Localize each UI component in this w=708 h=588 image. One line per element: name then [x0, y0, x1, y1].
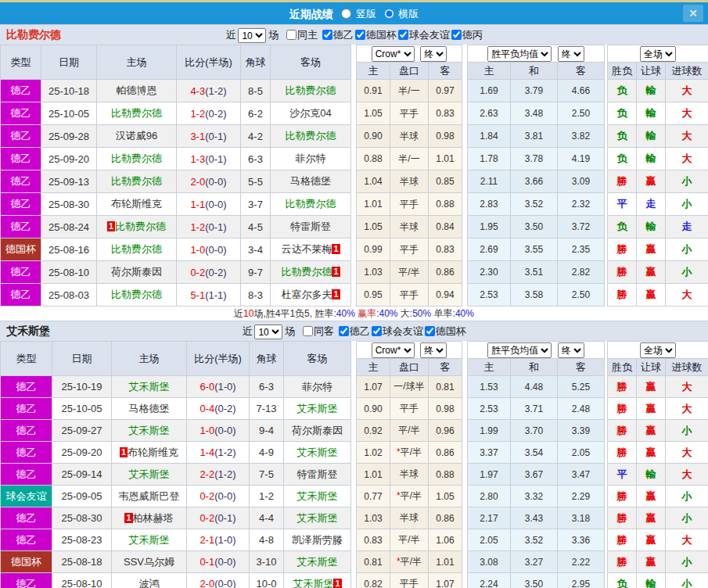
handicap-text: 半/一: [398, 85, 419, 96]
close-icon[interactable]: ✕: [683, 5, 703, 22]
league-checkbox[interactable]: 球会友谊: [370, 325, 423, 337]
mean-away: 2.29: [558, 486, 605, 507]
mean-draw: 3.70: [511, 420, 558, 442]
away-team-name: 艾禾斯堡: [297, 512, 338, 524]
final-select-1a[interactable]: 终: [420, 46, 447, 62]
final-select-2a[interactable]: 终: [420, 342, 447, 358]
score: 1-2(0-2): [177, 102, 241, 125]
league-filters-2: 德乙球会友谊德国杯: [337, 325, 466, 337]
mean-away: 2.95: [558, 573, 605, 588]
away-odds: 0.88: [429, 193, 462, 216]
result-goals: 大: [666, 148, 708, 170]
horizontal-radio[interactable]: [384, 9, 394, 19]
scope-select-2[interactable]: 全场: [640, 342, 676, 358]
layout-radio-vertical[interactable]: 竖版: [341, 8, 379, 20]
home-odds: 0.81: [357, 551, 390, 573]
league-checkbox-input[interactable]: [425, 326, 435, 336]
home-team-name: 帕德博恩: [117, 84, 157, 96]
league-checkbox-input[interactable]: [355, 30, 365, 40]
home-odds: 0.83: [357, 529, 390, 551]
score: 3-1(0-1): [177, 125, 241, 148]
mean-draw: 3.52: [511, 529, 558, 551]
same-away-checkbox[interactable]: [303, 326, 313, 336]
handicap-text: 平/半: [398, 534, 419, 545]
halftime-score: (0-0): [205, 176, 226, 188]
handicap: 半/一: [390, 148, 429, 170]
league-checkbox-input[interactable]: [451, 30, 462, 40]
mean-home: 2.53: [468, 284, 511, 307]
result-winlose: 勝: [608, 376, 637, 398]
league-checkbox-input[interactable]: [398, 30, 408, 40]
away-odds: 0.86: [429, 442, 462, 464]
match-date: 25-09-14: [52, 464, 112, 486]
final-select-1b[interactable]: 终: [558, 46, 584, 62]
handicap: 平/半: [390, 420, 429, 442]
away-team-name: 艾禾斯堡: [297, 446, 338, 458]
final-select-2b[interactable]: 终: [558, 342, 584, 358]
match-type: 德国杯: [1, 551, 52, 573]
league-checkbox[interactable]: 球会友谊: [397, 29, 450, 41]
home-team: 布轮斯维克: [97, 193, 177, 216]
score: 1-0(0-0): [177, 238, 241, 261]
title-bar: 近期战绩 竖版 横版 ✕: [0, 2, 708, 24]
over-rate: :50%: [410, 308, 431, 319]
league-checkbox[interactable]: 德乙: [321, 29, 354, 41]
halftime-score: (0-0): [205, 199, 226, 210]
home-team-name: 比勒费尔德: [111, 152, 162, 164]
separator: [351, 45, 357, 80]
halftime-score: (0-0): [214, 490, 235, 502]
fulltime-score: 1-2: [190, 108, 205, 120]
league-checkbox[interactable]: 德乙: [337, 325, 370, 337]
mean-select-1[interactable]: 胜平负均值: [487, 46, 552, 62]
bookmaker-select-1[interactable]: Crow*: [372, 46, 415, 62]
match-date: 25-08-16: [41, 238, 97, 261]
league-label: 德乙: [333, 29, 354, 41]
result-handicap: 贏: [637, 551, 666, 573]
home-team: 波鸿: [112, 573, 187, 588]
halftime-score: (1-0): [214, 381, 235, 393]
league-checkbox-input[interactable]: [339, 326, 349, 336]
bookmaker-select-2[interactable]: Crow*: [372, 342, 415, 358]
fulltime-score: 0-2: [199, 512, 214, 524]
league-checkbox[interactable]: 德丙: [450, 29, 483, 41]
home-odds: 1.02: [357, 442, 390, 464]
home-odds: 0.90: [357, 125, 390, 148]
vertical-radio[interactable]: [341, 9, 351, 19]
horizontal-radio-label: 横版: [398, 8, 419, 20]
col-mean-away: 客: [558, 63, 605, 80]
scope-select-1[interactable]: 全场: [640, 46, 676, 62]
mean-draw: 3.66: [511, 170, 558, 193]
result-winlose: 勝: [608, 238, 637, 261]
separator: [351, 284, 357, 307]
away-odds: 0.86: [429, 507, 462, 529]
corners: 5-5: [241, 170, 271, 193]
mean-select-2[interactable]: 胜平负均值: [487, 342, 552, 358]
handicap: 半球: [390, 125, 429, 148]
handicap-text: 半球: [400, 221, 419, 232]
separator: [351, 420, 357, 442]
league-checkbox[interactable]: 德国杯: [354, 29, 397, 41]
away-team: 杜塞尔多夫1: [271, 284, 351, 307]
away-odds: 0.96: [429, 420, 462, 442]
mean-home: 1.69: [468, 80, 511, 102]
handicap-text: 平/半: [401, 490, 422, 501]
league-checkbox-input[interactable]: [322, 30, 332, 40]
mean-home: 2.05: [468, 529, 511, 551]
scope-group-header: 全场: [608, 342, 708, 359]
fulltime-score: 0-2: [199, 490, 214, 502]
score: 6-0(1-0): [187, 376, 250, 398]
league-checkbox[interactable]: 德国杯: [423, 325, 466, 337]
summary-count: 10: [243, 308, 253, 319]
league-checkbox-input[interactable]: [372, 326, 382, 336]
handicap-text: 一/球半: [394, 381, 424, 392]
vertical-radio-label: 竖版: [356, 8, 376, 20]
mean-home: 1.53: [468, 376, 511, 398]
result-handicap: 輸: [637, 125, 666, 148]
mean-draw: 3.32: [511, 486, 558, 507]
layout-radio-horizontal[interactable]: 横版: [384, 8, 419, 20]
same-home-checkbox[interactable]: [286, 30, 296, 40]
away-team: 艾禾斯堡: [284, 551, 351, 573]
near-count-select-1[interactable]: 10: [238, 28, 266, 43]
separator: [462, 342, 468, 376]
near-count-select-2[interactable]: 10: [254, 324, 282, 339]
